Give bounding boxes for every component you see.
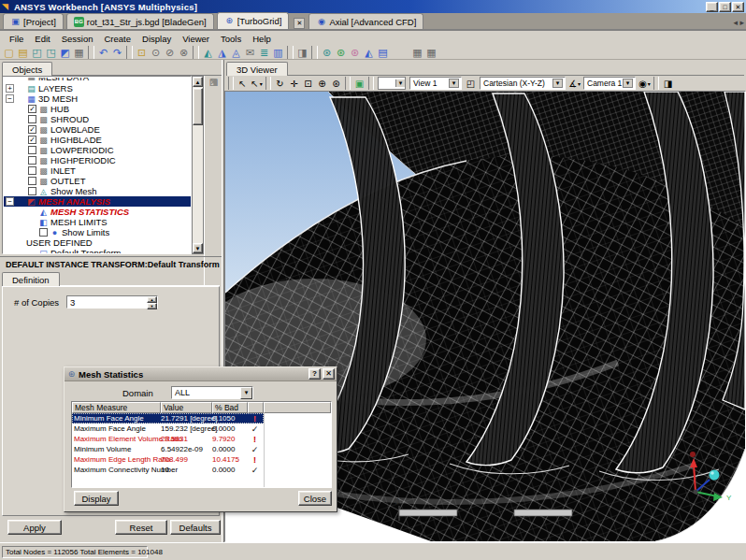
menu-item[interactable]: Display [136,34,177,44]
tab-definition[interactable]: Definition [2,272,60,286]
tree-item[interactable]: ◬ Show Mesh [4,186,191,196]
toolbar-icon[interactable] [390,46,410,59]
toolbar-icon[interactable]: ↷ [110,46,124,59]
viewer-tool[interactable]: ↖ [236,77,250,90]
toolbar-icon[interactable]: ⊙ [149,46,163,59]
viewer-tool[interactable]: Camera 1 [583,77,636,90]
table-header-cell[interactable] [248,402,264,413]
tab-3d-viewer[interactable]: 3D Viewer [226,62,288,76]
tree-expander[interactable]: − [6,94,14,103]
tree-checkbox[interactable] [28,125,36,134]
toolbar-icon[interactable]: ◩ [58,46,72,59]
toolbar-icon[interactable]: ▦ [72,46,86,59]
toolbar-icon[interactable]: ◭ [362,46,376,59]
tab-turbogrid[interactable]: ⊛ [TurboGrid] [217,12,290,29]
toolbar-icon[interactable]: ▤ [16,46,30,59]
scroll-thumb[interactable] [193,88,203,125]
menu-item[interactable]: Create [99,34,137,44]
toolbar-icon[interactable]: ⊛ [348,46,362,59]
dialog-title-bar[interactable]: ⊛ Mesh Statistics ? ✕ [65,367,337,381]
reset-button[interactable]: Reset [115,520,167,535]
tree-item[interactable]: ▩ SHROUD [4,114,191,124]
toolbar-icon[interactable]: ⊡ [135,46,149,59]
tab-axial-cfd[interactable]: ◉ Axial [Advanced CFD] [308,13,423,29]
viewer-tool[interactable]: ◰ [464,77,478,90]
tab-close-button[interactable]: ✕ [294,18,305,29]
menu-item[interactable]: Tools [215,34,247,44]
mesh-stat-row[interactable]: Maximum Edge Length Ratio 708.499 10.417… [72,454,264,465]
menu-item[interactable]: Edit [29,34,55,44]
mesh-stat-row[interactable]: Maximum Element Volume Ratio 23.5831 9.7… [72,434,264,444]
toolbar-icon[interactable]: ↶ [96,46,110,59]
tree-item[interactable]: ▩ OUTLET [4,176,191,186]
menu-item[interactable]: Session [56,34,99,44]
viewer-tool[interactable]: View 1 [409,77,462,90]
toolbar-icon[interactable] [193,46,199,59]
table-header-cell[interactable] [264,402,331,413]
toolbar-icon[interactable]: ◮ [215,46,229,59]
viewer-tool[interactable]: ▣ [352,77,366,90]
toolbar-icon[interactable]: ▤ [376,46,390,59]
viewer-tool[interactable]: ✛ [287,77,301,90]
menu-item[interactable]: Help [247,34,277,44]
tree-checkbox[interactable] [28,177,36,185]
table-header-cell[interactable]: % Bad [212,402,248,413]
close-dialog-button[interactable]: Close [298,491,332,506]
restore-button[interactable]: □ [719,2,731,12]
tab-scroll-arrows[interactable]: ◂ ▸ [733,18,744,27]
viewer-tool[interactable]: ◨ [661,77,675,90]
mesh-stat-row[interactable]: Maximum Face Angle 159.232 [degree] 0.00… [72,424,264,434]
tab-bladegen[interactable]: BG rot_t31_Str_js.bgd [BladeGen] [66,13,214,29]
toolbar-icon[interactable]: ▦ [424,46,438,59]
viewer-tool[interactable]: Cartesian (X-Y-Z) [480,77,566,90]
viewer-tool[interactable]: ⊛ [329,77,343,90]
scroll-down-icon[interactable]: ▼ [193,243,203,253]
table-header-cell[interactable]: Value [161,402,212,413]
viewer-tool[interactable] [228,77,234,90]
mesh-stat-row[interactable]: Minimum Volume 6.54922e-09 0.0000 ✓ [72,444,264,454]
tree-checkbox[interactable] [28,187,36,195]
toolbar-icon[interactable]: ✉ [243,46,257,59]
viewer-tool[interactable] [368,77,374,90]
viewer-tool[interactable]: ↻ [273,77,287,90]
tree-item[interactable]: USER DEFINED [4,237,191,248]
toolbar-icon[interactable]: ≣ [257,46,271,59]
tree-item[interactable]: ◲ Default Transform [4,248,191,254]
copies-stepper[interactable]: 3 ▲ ▼ [66,295,158,309]
tree-item[interactable]: ▩ LOWPERIODIC [4,145,191,155]
display-button[interactable]: Display [74,491,119,506]
scroll-up-icon[interactable]: ▲ [193,77,203,87]
close-button[interactable]: ✕ [732,2,744,12]
toolbar-icon[interactable]: ▦ [410,46,424,59]
tab-project[interactable]: ▣ [Project] [3,13,64,29]
tree-item[interactable]: ▩ HUB [4,104,191,114]
tree-checkbox[interactable] [28,166,36,175]
toolbar-icon[interactable]: ◳ [44,46,58,59]
dialog-help-button[interactable]: ? [308,368,321,380]
toolbar-icon[interactable]: ⊛ [320,46,334,59]
tree-item[interactable]: − ◩ MESH ANALYSIS [4,196,191,207]
tree-expander[interactable]: + [6,84,14,93]
mesh-stat-row[interactable]: Minimum Face Angle 21.7291 [degree] 0.10… [72,413,264,424]
tree-item[interactable]: ▩ INLET [4,165,191,176]
tree-checkbox[interactable] [28,115,36,123]
minimize-button[interactable]: _ [706,2,718,12]
viewer-tool[interactable] [345,77,351,90]
toolbar-icon[interactable]: ◰ [30,46,44,59]
dialog-close-button[interactable]: ✕ [323,368,335,380]
viewer-tool[interactable] [653,77,659,90]
tree-item[interactable]: + ▤ LAYERS [4,83,191,93]
defaults-button[interactable]: Defaults [170,520,221,535]
tab-objects[interactable]: Objects [2,62,52,76]
menu-item[interactable]: File [4,34,29,44]
tree-item[interactable]: ▩ LOWBLADE [4,124,191,135]
viewer-tool[interactable] [265,77,271,90]
table-header-cell[interactable]: Mesh Measure [72,402,161,413]
viewer-tool[interactable]: ⊕ [315,77,329,90]
tree-checkbox[interactable] [28,146,36,154]
tree-scrollbar[interactable]: ▲ ▼ [192,76,204,254]
toolbar-icon[interactable] [287,46,294,59]
tree-item[interactable]: ◭ MESH STATISTICS [4,207,191,217]
tree-checkbox[interactable] [28,105,36,113]
viewer-tool[interactable]: ↖ [250,77,264,90]
